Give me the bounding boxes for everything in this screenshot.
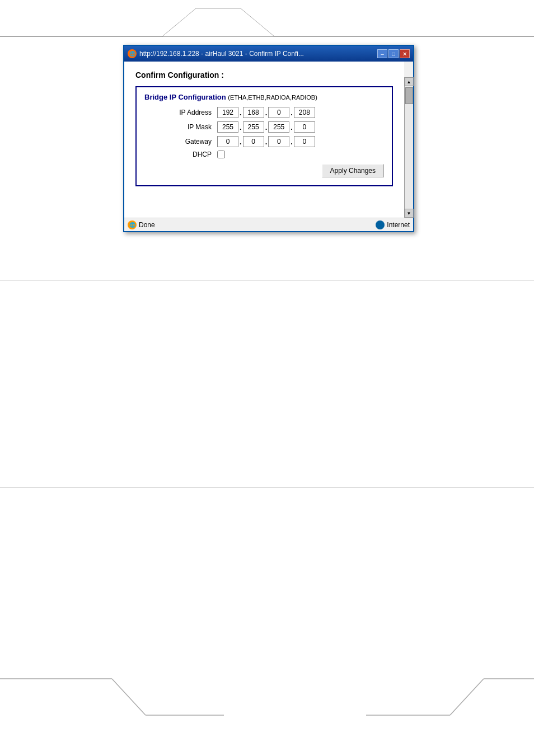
ip-octet-4[interactable] [294, 107, 315, 118]
ip-mask-inputs: . . . [217, 121, 315, 133]
ip-address-label: IP Address [144, 109, 217, 116]
ip-dot-2: . [265, 109, 268, 117]
top-decoration [0, 0, 534, 42]
scrollbar[interactable]: ▲ ▼ [404, 77, 413, 218]
apply-row: Apply Changes [144, 164, 384, 177]
close-button[interactable]: ✕ [400, 49, 410, 58]
bridge-header: Bridge IP Configuration (ETHA,ETHB,RADIO… [144, 93, 384, 101]
mask-octet-1[interactable] [217, 121, 238, 133]
ip-octet-3[interactable] [268, 107, 289, 118]
gw-dot-2: . [265, 138, 268, 146]
window-controls: – □ ✕ [377, 49, 410, 58]
ip-mask-label: IP Mask [144, 123, 217, 131]
mask-octet-4[interactable] [294, 121, 315, 133]
gw-octet-1[interactable] [217, 136, 238, 147]
spacer [135, 186, 393, 209]
bridge-header-sub: (ETHA,ETHB,RADIOA,RADIOB) [228, 94, 317, 101]
gw-dot-3: . [291, 138, 293, 146]
scroll-up-arrow[interactable]: ▲ [405, 77, 414, 86]
status-bar: 🌐 Done Internet [124, 218, 413, 231]
status-done-text: Done [139, 221, 155, 229]
bridge-header-main: Bridge IP Configuration [144, 93, 226, 101]
dhcp-checkbox[interactable] [217, 151, 225, 158]
ip-octet-2[interactable] [243, 107, 264, 118]
svg-line-6 [112, 679, 146, 715]
ip-dot-1: . [240, 109, 242, 117]
dhcp-label: DHCP [144, 151, 217, 158]
browser-window: 🌐 http://192.168.1.228 - airHaul 3021 - … [123, 45, 414, 232]
bottom-hline-1 [0, 280, 534, 280]
ip-octet-1[interactable] [217, 107, 238, 118]
content-area: Confirm Configuration : Bridge IP Config… [124, 62, 404, 218]
window-body: Confirm Configuration : Bridge IP Config… [124, 62, 413, 218]
dhcp-row: DHCP [144, 151, 384, 158]
gw-octet-3[interactable] [268, 136, 289, 147]
svg-line-1 [162, 8, 196, 36]
window-title: http://192.168.1.228 - airHaul 3021 - Co… [139, 50, 304, 58]
gateway-row: Gateway . . . [144, 136, 384, 147]
ip-address-row: IP Address . . . [144, 107, 384, 118]
bottom-right-decoration [366, 673, 534, 718]
mask-octet-2[interactable] [243, 121, 264, 133]
ip-dot-3: . [291, 109, 293, 117]
gw-dot-1: . [240, 138, 242, 146]
gateway-inputs: . . . [217, 136, 315, 147]
ip-mask-row: IP Mask . . . [144, 121, 384, 133]
title-bar-left: 🌐 http://192.168.1.228 - airHaul 3021 - … [128, 49, 304, 58]
status-right: Internet [376, 220, 410, 229]
gateway-label: Gateway [144, 138, 217, 145]
status-page-icon: 🌐 [128, 220, 137, 229]
maximize-button[interactable]: □ [388, 49, 399, 58]
status-internet-text: Internet [387, 221, 410, 229]
confirm-title: Confirm Configuration : [135, 71, 393, 79]
browser-icon: 🌐 [128, 49, 137, 58]
bottom-hline-2 [0, 487, 534, 487]
bottom-white-area [0, 718, 534, 756]
ip-address-inputs: . . . [217, 107, 315, 118]
mask-dot-2: . [265, 123, 268, 132]
gw-octet-4[interactable] [294, 136, 315, 147]
title-bar: 🌐 http://192.168.1.228 - airHaul 3021 - … [124, 46, 413, 62]
internet-globe-icon [376, 220, 385, 229]
apply-changes-button[interactable]: Apply Changes [322, 164, 384, 177]
status-left: 🌐 Done [128, 220, 155, 229]
scroll-thumb[interactable] [405, 87, 413, 104]
bottom-left-decoration [0, 673, 224, 718]
mask-octet-3[interactable] [268, 121, 289, 133]
svg-line-3 [241, 8, 274, 36]
svg-line-9 [450, 679, 484, 715]
gw-octet-2[interactable] [243, 136, 264, 147]
scroll-down-arrow[interactable]: ▼ [405, 209, 414, 218]
top-hline [0, 36, 534, 37]
mask-dot-1: . [240, 123, 242, 132]
mask-dot-3: . [291, 123, 293, 132]
minimize-button[interactable]: – [377, 49, 387, 58]
bridge-section: Bridge IP Configuration (ETHA,ETHB,RADIO… [135, 86, 393, 186]
